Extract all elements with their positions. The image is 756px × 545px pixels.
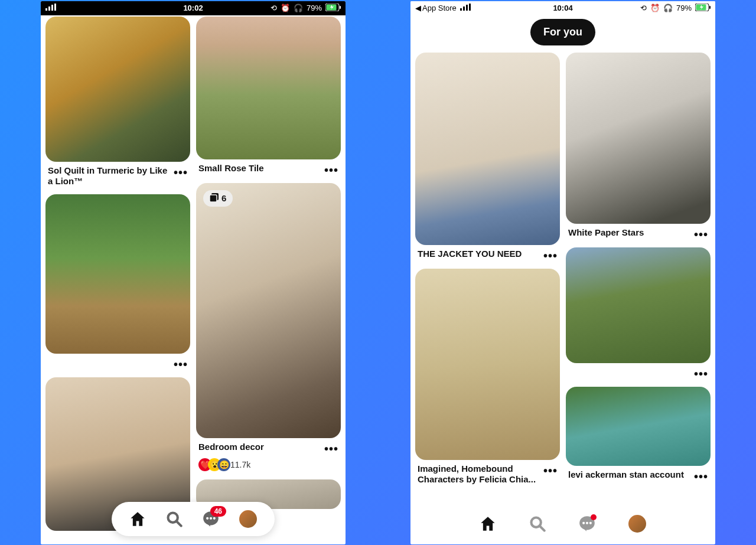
svg-rect-18 [469, 4, 471, 11]
pin-image[interactable] [45, 17, 190, 162]
bottom-nav: 46 [112, 502, 275, 536]
alarm-icon: ⏰ [281, 4, 290, 12]
svg-rect-2 [51, 5, 53, 11]
headphones-icon: 🎧 [294, 4, 303, 12]
notifications-icon[interactable]: 46 [203, 511, 219, 527]
svg-rect-17 [466, 5, 468, 11]
svg-rect-3 [54, 4, 56, 11]
notification-badge: 46 [210, 506, 226, 517]
pin-card[interactable]: ••• [566, 247, 711, 382]
pin-image[interactable] [566, 247, 711, 363]
pin-card[interactable]: 6 Bedroom decor ••• ❤️ 😮 😄 11.7k [196, 183, 341, 475]
svg-point-12 [206, 517, 208, 519]
more-options-icon[interactable]: ••• [694, 367, 708, 380]
pin-image[interactable] [566, 387, 711, 466]
pin-title: THE JACKET YOU NEED [418, 249, 543, 260]
battery-icon [695, 4, 711, 13]
more-options-icon[interactable]: ••• [543, 249, 558, 262]
for-you-tab[interactable]: For you [530, 19, 595, 45]
more-options-icon[interactable]: ••• [543, 464, 558, 477]
svg-rect-1 [48, 6, 50, 11]
pin-card[interactable]: Small Rose Tile ••• [196, 17, 341, 178]
pin-feed[interactable]: Sol Quilt in Turmeric by Like a Lion™ ••… [41, 17, 346, 531]
svg-point-27 [589, 521, 592, 524]
pin-image[interactable] [566, 53, 711, 224]
pin-image[interactable] [196, 17, 341, 159]
notifications-icon[interactable] [579, 515, 595, 532]
pin-card[interactable]: THE JACKET YOU NEED ••• [415, 53, 560, 264]
home-icon[interactable] [129, 511, 146, 527]
collection-badge[interactable]: 6 [203, 190, 233, 207]
alarm-icon: ⏰ [650, 4, 660, 12]
svg-point-25 [582, 521, 585, 524]
search-icon[interactable] [166, 511, 183, 527]
svg-rect-0 [45, 8, 47, 11]
orientation-lock-icon: ⟲ [271, 4, 277, 12]
profile-avatar[interactable] [628, 515, 646, 533]
notification-dot [591, 514, 597, 520]
svg-rect-15 [460, 8, 462, 11]
pin-card[interactable]: ••• [45, 194, 190, 373]
search-icon[interactable] [529, 515, 546, 532]
more-options-icon[interactable]: ••• [174, 357, 188, 370]
pin-card[interactable]: levi ackerman stan account ••• [566, 387, 711, 485]
pin-title: Imagined, Homebound Characters by Felici… [418, 464, 543, 486]
profile-avatar[interactable] [239, 510, 257, 528]
pin-title: levi ackerman stan account [568, 469, 694, 481]
headphones-icon: 🎧 [663, 4, 673, 12]
collection-count: 6 [221, 193, 226, 203]
svg-point-13 [210, 517, 212, 519]
reaction-count: 11.7k [230, 460, 250, 469]
more-options-icon[interactable]: ••• [694, 469, 708, 482]
pin-title: Small Rose Tile [198, 163, 324, 174]
status-bar: ◀ App Store 10:04 ⟲ ⏰ 🎧 79% [410, 1, 715, 15]
phone-screen-1: 10:02 ⟲ ⏰ 🎧 79% Sol Quilt in Turmeric by… [41, 1, 346, 544]
pin-image[interactable] [415, 269, 560, 460]
pin-card[interactable]: White Paper Stars ••• [566, 53, 711, 243]
more-options-icon[interactable]: ••• [324, 163, 338, 176]
pin-title: Bedroom decor [198, 442, 324, 453]
chevron-left-icon: ◀ [415, 4, 421, 12]
pin-image[interactable] [415, 53, 560, 245]
orientation-lock-icon: ⟲ [640, 4, 647, 12]
svg-rect-8 [210, 195, 217, 202]
pin-feed[interactable]: THE JACKET YOU NEED ••• Imagined, Homebo… [410, 53, 715, 488]
pin-title: White Paper Stars [568, 227, 694, 239]
phone-screen-2: ◀ App Store 10:04 ⟲ ⏰ 🎧 79% For you T [410, 1, 715, 544]
svg-rect-16 [463, 6, 465, 11]
pin-image[interactable]: 6 [196, 183, 341, 438]
signal-icon [45, 4, 56, 12]
svg-point-14 [213, 517, 216, 519]
status-bar: 10:02 ⟲ ⏰ 🎧 79% [41, 1, 346, 15]
stack-icon [210, 193, 219, 204]
svg-line-10 [177, 521, 181, 526]
more-options-icon[interactable]: ••• [694, 227, 708, 240]
home-icon[interactable] [480, 515, 496, 532]
status-time: 10:04 [553, 4, 572, 12]
signal-icon [460, 4, 471, 12]
battery-percent: 79% [676, 4, 692, 12]
pin-reactions[interactable]: ❤️ 😮 😄 11.7k [196, 457, 341, 475]
pin-card[interactable]: Imagined, Homebound Characters by Felici… [415, 269, 560, 488]
pin-card[interactable]: Sol Quilt in Turmeric by Like a Lion™ ••… [45, 17, 190, 190]
laugh-reaction-icon: 😄 [217, 458, 230, 471]
status-time: 10:02 [183, 4, 203, 12]
pin-title: Sol Quilt in Turmeric by Like a Lion™ [48, 165, 174, 188]
bottom-nav [462, 507, 664, 541]
more-options-icon[interactable]: ••• [174, 165, 188, 178]
svg-line-23 [540, 526, 545, 530]
back-to-app[interactable]: ◀ App Store [415, 4, 457, 12]
battery-percent: 79% [307, 4, 322, 12]
more-options-icon[interactable]: ••• [324, 442, 338, 455]
battery-icon [325, 4, 341, 13]
svg-rect-21 [709, 6, 711, 9]
pin-image[interactable] [45, 194, 190, 354]
svg-rect-6 [340, 6, 341, 9]
svg-point-26 [586, 521, 588, 524]
